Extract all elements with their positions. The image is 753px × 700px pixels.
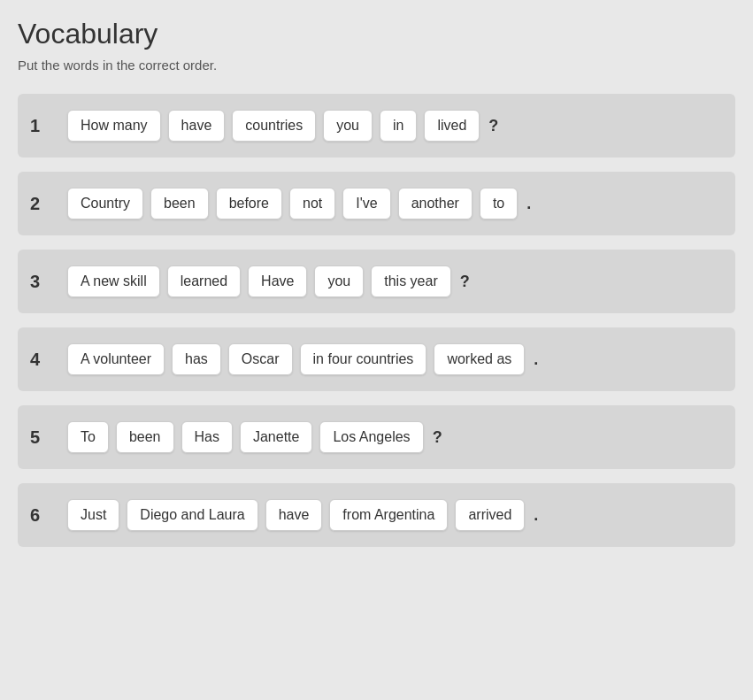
word-chip-1-1[interactable]: How many [67, 110, 161, 142]
words-container-6: JustDiego and Laurahavefrom Argentinaarr… [67, 499, 723, 531]
word-chip-5-1[interactable]: To [67, 421, 109, 453]
word-chip-4-3[interactable]: Oscar [228, 343, 293, 375]
word-chip-2-2[interactable]: been [150, 188, 209, 219]
word-chip-5-4[interactable]: Janette [240, 421, 312, 453]
word-chip-6-1[interactable]: Just [67, 499, 119, 531]
word-chip-2-7[interactable]: to [480, 188, 518, 219]
row-number-5: 5 [30, 427, 58, 448]
word-chip-6-3[interactable]: have [265, 499, 323, 531]
word-chip-2-4[interactable]: not [289, 188, 335, 219]
word-chip-2-5[interactable]: I've [342, 188, 390, 219]
row-number-3: 3 [30, 272, 58, 292]
word-chip-1-3[interactable]: countries [232, 110, 316, 142]
word-chip-5-5[interactable]: Los Angeles [319, 421, 423, 453]
row-number-1: 1 [30, 116, 58, 136]
subtitle: Put the words in the correct order. [18, 58, 735, 73]
word-chip-3-5[interactable]: this year [371, 265, 450, 297]
word-chip-2-1[interactable]: Country [67, 188, 143, 219]
word-chip-3-1[interactable]: A new skill [67, 265, 160, 297]
row-number-2: 2 [30, 194, 58, 214]
word-chip-4-4[interactable]: in four countries [300, 343, 427, 375]
word-chip-5-3[interactable]: Has [181, 421, 233, 453]
words-container-4: A volunteerhasOscarin four countrieswork… [67, 343, 723, 375]
punctuation-3: ? [460, 273, 470, 291]
exercise-row-6: 6JustDiego and Laurahavefrom Argentinaar… [18, 483, 735, 547]
word-chip-3-4[interactable]: you [314, 265, 364, 297]
words-container-5: TobeenHasJanetteLos Angeles? [67, 421, 723, 453]
word-chip-1-2[interactable]: have [168, 110, 226, 142]
word-chip-2-6[interactable]: another [398, 188, 473, 219]
words-container-2: CountrybeenbeforenotI'veanotherto. [67, 188, 723, 219]
row-number-6: 6 [30, 505, 58, 526]
words-container-1: How manyhavecountriesyouinlived? [67, 110, 723, 142]
exercise-row-5: 5TobeenHasJanetteLos Angeles? [18, 405, 735, 469]
page-title: Vocabulary [18, 18, 735, 50]
word-chip-6-2[interactable]: Diego and Laura [127, 499, 257, 531]
word-chip-4-5[interactable]: worked as [434, 343, 525, 375]
row-number-4: 4 [30, 350, 58, 370]
punctuation-4: . [534, 350, 538, 369]
exercises-container: 1How manyhavecountriesyouinlived?2Countr… [18, 94, 735, 547]
punctuation-5: ? [433, 428, 442, 447]
punctuation-2: . [526, 195, 531, 213]
exercise-row-2: 2CountrybeenbeforenotI'veanotherto. [18, 172, 735, 235]
punctuation-1: ? [488, 117, 498, 135]
word-chip-4-1[interactable]: A volunteer [67, 343, 165, 375]
word-chip-5-2[interactable]: been [116, 421, 174, 453]
word-chip-1-4[interactable]: you [323, 110, 373, 142]
word-chip-6-5[interactable]: arrived [455, 499, 525, 531]
words-container-3: A new skilllearnedHaveyouthis year? [67, 265, 723, 297]
word-chip-1-5[interactable]: in [380, 110, 417, 142]
exercise-row-4: 4A volunteerhasOscarin four countrieswor… [18, 327, 735, 391]
word-chip-2-3[interactable]: before [216, 188, 282, 219]
exercise-row-3: 3A new skilllearnedHaveyouthis year? [18, 250, 735, 313]
word-chip-3-2[interactable]: learned [167, 265, 241, 297]
word-chip-1-6[interactable]: lived [424, 110, 480, 142]
exercise-row-1: 1How manyhavecountriesyouinlived? [18, 94, 735, 158]
word-chip-6-4[interactable]: from Argentina [329, 499, 448, 531]
word-chip-4-2[interactable]: has [172, 343, 221, 375]
word-chip-3-3[interactable]: Have [248, 265, 307, 297]
punctuation-6: . [534, 506, 538, 525]
